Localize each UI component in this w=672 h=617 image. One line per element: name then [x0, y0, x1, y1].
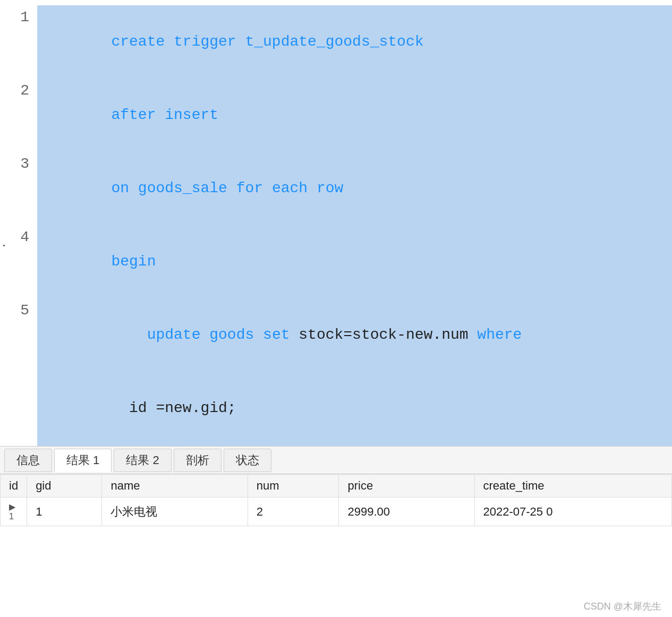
line-content-4: begin — [37, 225, 672, 298]
table-row: ▶ 1 1 小米电视 2 2999.00 2022-07-25 0 — [1, 498, 672, 526]
code-line-5: 5 update goods set stock=stock-new.num w… — [0, 298, 672, 445]
token: for each row — [236, 180, 344, 196]
col-header-num: num — [248, 475, 339, 498]
tab-status[interactable]: 状态 — [224, 449, 271, 472]
token: after insert — [111, 107, 218, 123]
line-num-2: 2 — [0, 79, 37, 103]
line4-collapse-marker: ▪ — [2, 234, 6, 258]
token: on goods_sale — [111, 180, 236, 196]
cell-gid: 1 — [27, 498, 102, 526]
col-header-gid: gid — [27, 475, 102, 498]
cell-create-time: 2022-07-25 0 — [474, 498, 671, 526]
editor-area: 1 create trigger t_update_goods_stock 2 … — [0, 0, 672, 446]
code-block: 1 create trigger t_update_goods_stock 2 … — [0, 0, 672, 446]
col-header-name: name — [102, 475, 248, 498]
token: stock=stock-new.num — [290, 327, 478, 343]
token: set — [263, 327, 290, 343]
token: begin — [111, 253, 156, 270]
result-table: id gid name num price create_time ▶ 1 1 … — [0, 474, 672, 526]
line-num-4: 4 ▪ — [0, 225, 37, 250]
line-content-5b: id =new.gid; — [37, 372, 672, 445]
code-line-2: 2 after insert — [0, 79, 672, 152]
line-content-2: after insert — [37, 79, 672, 152]
tab-bar: 信息 结果 1 结果 2 剖析 状态 — [0, 447, 672, 474]
line-num-3: 3 — [0, 152, 37, 176]
token: id =new.gid; — [129, 400, 236, 416]
line-content-3: on goods_sale for each row — [37, 152, 672, 225]
cell-arrow: ▶ 1 — [1, 498, 27, 526]
col-header-id: id — [1, 475, 27, 498]
code-line-5-row2: id =new.gid; — [0, 372, 672, 445]
watermark: CSDN @木犀先生 — [584, 600, 661, 613]
tab-result1[interactable]: 结果 1 — [54, 449, 112, 472]
col-header-create-time: create_time — [474, 475, 671, 498]
line-content-1: create trigger t_update_goods_stock — [37, 5, 672, 79]
code-line-1: 1 create trigger t_update_goods_stock — [0, 5, 672, 79]
bottom-panel: 信息 结果 1 结果 2 剖析 状态 id gid name num price… — [0, 446, 672, 617]
code-line-4: 4 ▪ begin — [0, 225, 672, 298]
cell-num: 2 — [248, 498, 339, 526]
code-line-3: 3 on goods_sale for each row — [0, 152, 672, 225]
token: update goods — [129, 327, 263, 343]
cell-name: 小米电视 — [102, 498, 248, 526]
token: create trigger t_update_goods_stock — [111, 33, 423, 50]
line-content-5a: update goods set stock=stock-new.num whe… — [37, 298, 672, 372]
tab-result2[interactable]: 结果 2 — [114, 449, 171, 472]
col-header-price: price — [339, 475, 474, 498]
code-line-5-row1: 5 update goods set stock=stock-new.num w… — [0, 298, 672, 372]
line-num-1: 1 — [0, 5, 37, 30]
table-header-row: id gid name num price create_time — [1, 475, 672, 498]
cell-price: 2999.00 — [339, 498, 474, 526]
line-num-5: 5 — [0, 298, 37, 372]
token: where — [477, 327, 522, 343]
tab-profile[interactable]: 剖析 — [174, 449, 222, 472]
result-table-container: id gid name num price create_time ▶ 1 1 … — [0, 474, 672, 526]
tab-info[interactable]: 信息 — [4, 449, 52, 472]
